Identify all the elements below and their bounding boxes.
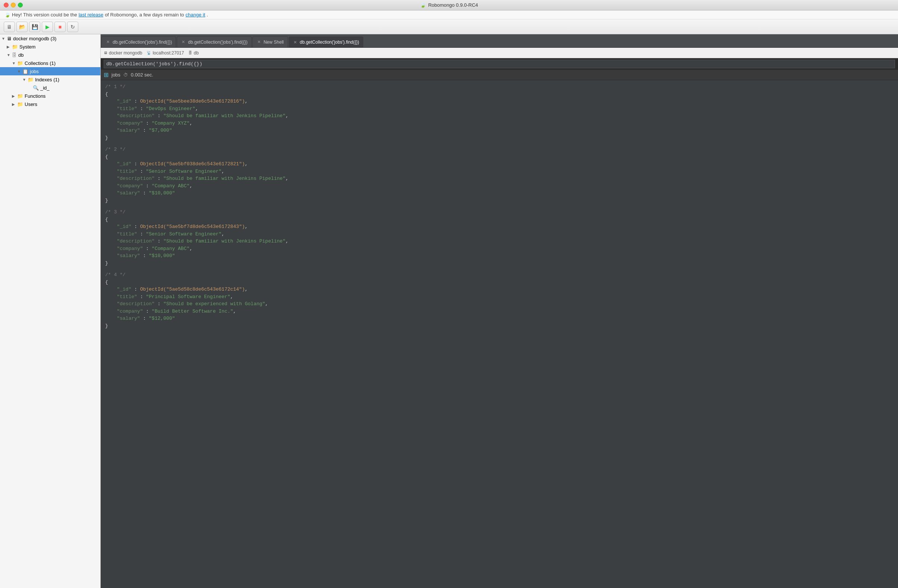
sidebar-item-jobs[interactable]: ▼ 📋 jobs: [0, 67, 100, 75]
tab-1[interactable]: ✕ db.getCollection('jobs').find({}): [101, 36, 176, 48]
arrow-icon: ▼: [7, 53, 12, 57]
tab-2[interactable]: ✕ db.getCollection('jobs').find({}): [177, 36, 251, 48]
close-button[interactable]: [4, 3, 9, 8]
maximize-button[interactable]: [18, 3, 23, 8]
sidebar-item-indexes[interactable]: ▼ 📁 Indexes (1): [0, 75, 100, 83]
connection-label: docker mongodb (3): [13, 36, 56, 42]
folder-icon: 📁: [28, 77, 34, 82]
sidebar-item-system[interactable]: ▶ 📁 System: [0, 43, 100, 51]
record-4-comment: /* 4 */: [105, 271, 893, 279]
server-icon: 🖥: [104, 51, 108, 55]
stop-button[interactable]: ■: [54, 22, 66, 32]
main-layout: ▼ 🖥 docker mongodb (3) ▶ 📁 System ▼ 🗄 db…: [0, 34, 898, 588]
results-bar: ⊞ jobs ⏱ 0.002 sec.: [101, 70, 898, 80]
tab-close-icon[interactable]: ✕: [106, 40, 111, 45]
record-3-company: "company" : "Company ABC",: [105, 245, 893, 252]
new-connection-button[interactable]: 🖥: [4, 22, 15, 32]
change-it-link[interactable]: change it: [186, 12, 206, 17]
notif-end: .: [207, 12, 208, 17]
connection-info-bar: 🖥 docker mongodb 📡 localhost:27017 🗄 db: [101, 48, 898, 58]
app-title: Robomongo 0.9.0-RC4: [428, 2, 478, 8]
record-3-title: "title" : "Senior Software Engineer",: [105, 231, 893, 238]
sidebar-item-connection[interactable]: ▼ 🖥 docker mongodb (3): [0, 34, 100, 43]
code-area[interactable]: /* 1 */ { "_id" : ObjectId("5ae5bee38de6…: [101, 80, 898, 588]
sidebar-item-functions[interactable]: ▶ 📁 Functions: [0, 92, 100, 100]
host-icon: 📡: [146, 51, 151, 55]
arrow-icon: ▼: [12, 61, 17, 65]
refresh-button[interactable]: ↻: [67, 22, 78, 32]
collection-icon: 📋: [22, 69, 28, 74]
index-icon: 🔍: [33, 85, 39, 91]
record-2: /* 2 */ { "_id" : ObjectId("5ae5bf038de6…: [105, 146, 893, 204]
record-4: /* 4 */ { "_id" : ObjectId("5ae5d58c8de6…: [105, 271, 893, 329]
record-4-salary: "salary" : "$12,000": [105, 315, 893, 322]
server-name: docker mongodb: [109, 50, 142, 55]
tab-close-icon[interactable]: ✕: [181, 40, 186, 45]
title-bar: 🍃 Robomongo 0.9.0-RC4: [0, 0, 898, 11]
run-button[interactable]: ▶: [42, 22, 53, 32]
record-3-close: }: [105, 260, 893, 267]
tab-4[interactable]: ✕ db.getCollection('jobs').find({}): [289, 37, 363, 48]
record-1-salary: "salary" : "$7,000": [105, 127, 893, 134]
command-input[interactable]: [104, 60, 895, 68]
record-1-title: "title" : "DevOps Engineer",: [105, 105, 893, 113]
query-time: 0.002 sec.: [131, 72, 153, 78]
grid-icon: ⊞: [104, 71, 109, 79]
sidebar-item-collections[interactable]: ▼ 📁 Collections (1): [0, 59, 100, 67]
record-4-close: }: [105, 322, 893, 330]
tab-1-label: db.getCollection('jobs').find({}): [112, 40, 172, 45]
folder-icon: 📁: [17, 60, 23, 66]
collection-name: jobs: [112, 72, 120, 78]
record-3-salary: "salary" : "$10,000": [105, 252, 893, 260]
save-icon: 💾: [32, 24, 38, 30]
db-info: 🗄 db: [188, 50, 198, 55]
sidebar-item-db[interactable]: ▼ 🗄 db: [0, 51, 100, 59]
app-icon: 🍃: [420, 2, 426, 8]
command-bar: [101, 58, 898, 70]
arrow-icon: ▼: [2, 37, 7, 41]
tab-close-icon[interactable]: ✕: [293, 40, 298, 45]
functions-label: Functions: [25, 93, 46, 99]
window-title: 🍃 Robomongo 0.9.0-RC4: [420, 2, 478, 8]
server-icon: 🖥: [7, 36, 12, 42]
server-info: 🖥 docker mongodb: [104, 50, 142, 55]
run-icon: ▶: [46, 24, 49, 30]
arrow-icon: ▶: [7, 45, 12, 49]
open-button[interactable]: 📂: [16, 22, 28, 32]
last-release-link[interactable]: last release: [79, 12, 103, 17]
sidebar-item-id[interactable]: 🔍 _id_: [0, 83, 100, 92]
notif-text: Hey! This version could be the: [12, 12, 77, 17]
record-1-id: "_id" : ObjectId("5ae5bee38de6c543e61728…: [105, 98, 893, 105]
traffic-lights: [4, 3, 23, 8]
id-label: _id_: [40, 85, 49, 91]
toolbar: 🖥 📂 💾 ▶ ■ ↻: [0, 19, 898, 34]
collections-label: Collections (1): [25, 60, 55, 66]
notif-icon: 🍃: [5, 12, 11, 17]
record-1-comment: /* 1 */: [105, 83, 893, 91]
folder-icon: 📁: [17, 102, 23, 107]
folder-icon: 📁: [17, 93, 23, 99]
notification-bar: 🍃 Hey! This version could be the last re…: [0, 11, 898, 19]
record-1-company: "company" : "Company XYZ",: [105, 120, 893, 127]
record-2-id: "_id" : ObjectId("5ae5bf038de6c543e61728…: [105, 160, 893, 168]
notif-middle: of Robomongo, a few days remain to: [105, 12, 184, 17]
save-button[interactable]: 💾: [29, 22, 40, 32]
indexes-label: Indexes (1): [35, 77, 59, 82]
tab-close-icon[interactable]: ✕: [257, 40, 261, 45]
tab-3[interactable]: ✕ New Shell: [252, 36, 288, 48]
record-1-close: }: [105, 134, 893, 142]
minimize-button[interactable]: [11, 3, 16, 8]
jobs-label: jobs: [30, 69, 39, 74]
record-2-close: }: [105, 197, 893, 205]
tab-2-label: db.getCollection('jobs').find({}): [188, 40, 247, 45]
record-2-company: "company" : "Company ABC",: [105, 182, 893, 190]
record-4-desc: "description" : "Should be experienced w…: [105, 300, 893, 308]
content-area: ✕ db.getCollection('jobs').find({}) ✕ db…: [101, 34, 898, 588]
arrow-icon: ▶: [12, 94, 17, 98]
record-4-id: "_id" : ObjectId("5ae5d58c8de6c543e6172c…: [105, 286, 893, 293]
host-info: 📡 localhost:27017: [146, 50, 184, 55]
refresh-icon: ↻: [71, 24, 75, 30]
sidebar-item-users[interactable]: ▶ 📁 Users: [0, 100, 100, 108]
db-label: db: [18, 52, 23, 58]
tab-3-label: New Shell: [264, 40, 284, 45]
